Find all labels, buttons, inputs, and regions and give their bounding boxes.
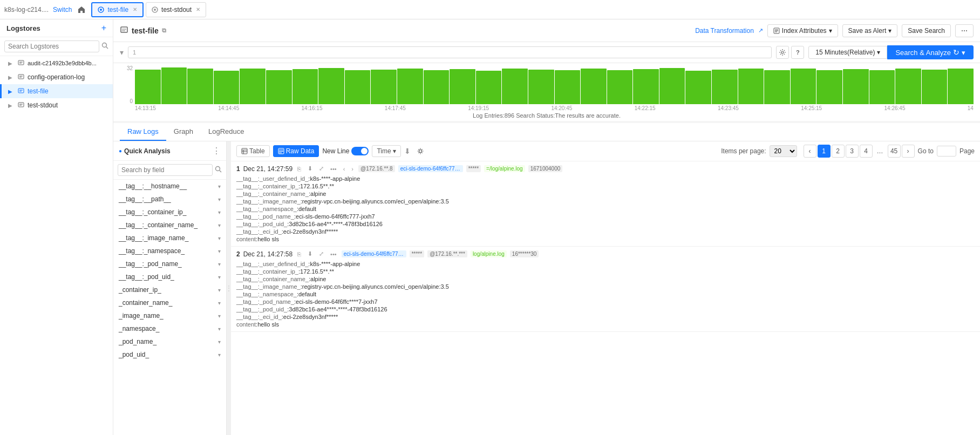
column-settings-button[interactable] (414, 145, 427, 158)
sidebar-item-test-file[interactable]: ▶ test-file (0, 84, 113, 98)
collapse-arrow[interactable]: ▾ (120, 48, 124, 57)
search-analyze-button[interactable]: Search & Analyze ↻ ▾ (887, 45, 974, 59)
table-view-button[interactable]: Table (236, 145, 270, 157)
field-search-input[interactable] (118, 164, 213, 176)
chart-bar[interactable] (555, 70, 581, 104)
sidebar-add-button[interactable]: + (101, 24, 106, 32)
chart-bar[interactable] (869, 70, 895, 104)
sidebar-search-icon[interactable] (101, 42, 108, 51)
log-tag-eci[interactable]: eci-sls-demo-64f6ffc77-***** (398, 165, 463, 172)
log-tag-path[interactable]: =/log/alpine.log (484, 165, 525, 172)
chevron-down-icon[interactable]: ▾ (218, 313, 221, 319)
chart-bar[interactable] (764, 70, 790, 104)
index-attributes-button[interactable]: Index Attributes ▾ (767, 24, 838, 37)
chart-bar[interactable] (712, 70, 738, 104)
chart-bar[interactable] (318, 68, 344, 104)
tab-test-file-close[interactable]: ✕ (133, 6, 137, 12)
qa-field-item[interactable]: _image_name_ ▾ (113, 309, 226, 322)
chevron-down-icon[interactable]: ▾ (218, 300, 221, 306)
qa-field-item[interactable]: _container_name_ ▾ (113, 296, 226, 309)
chart-bar[interactable] (816, 70, 842, 104)
qa-field-item[interactable]: __tag__:_pod_uid_ ▾ (113, 270, 226, 283)
items-per-page-select[interactable]: 20 50 100 (770, 145, 797, 157)
copy-log-button[interactable]: ⎘ (296, 250, 303, 258)
log-tag-id2[interactable]: 16******30 (510, 250, 539, 257)
chart-bar[interactable] (450, 69, 475, 104)
page-3-button[interactable]: 3 (846, 145, 859, 158)
chart-bar[interactable] (581, 69, 607, 104)
qa-field-item[interactable]: __tag__:_pod_name_ ▾ (113, 257, 226, 270)
chart-bar[interactable] (397, 69, 423, 104)
chevron-down-icon[interactable]: ▾ (218, 222, 221, 228)
tab-test-file[interactable]: test-file ✕ (91, 2, 144, 17)
sidebar-search-input[interactable] (4, 40, 99, 52)
log-tag-masked2[interactable]: ***** (410, 250, 424, 257)
field-search-icon[interactable] (215, 166, 222, 174)
chevron-down-icon[interactable]: ▾ (218, 339, 221, 345)
log-tag-id[interactable]: 1671004000 (528, 165, 563, 172)
sidebar-item-audit[interactable]: ▶ audit-c21492b3e9dbb4b... (0, 56, 113, 70)
chart-bar[interactable] (633, 69, 659, 104)
page-4-button[interactable]: 4 (860, 145, 873, 158)
tab-test-stdout[interactable]: test-stdout ✕ (146, 2, 206, 17)
pagination-next-button[interactable]: › (902, 145, 915, 158)
chevron-down-icon[interactable]: ▾ (218, 235, 221, 241)
more-log-button[interactable]: ••• (329, 165, 338, 173)
chart-bar[interactable] (922, 70, 948, 104)
switch-link[interactable]: Switch (53, 6, 72, 13)
log-tag-masked[interactable]: ***** (466, 165, 481, 172)
chevron-down-icon[interactable]: ▾ (218, 183, 221, 189)
settings-icon-button[interactable] (776, 46, 789, 59)
sidebar-item-config[interactable]: ▶ config-operation-log (0, 70, 113, 84)
chart-bar[interactable] (476, 71, 502, 104)
expand-log-button[interactable]: ⤢ (317, 250, 325, 258)
chevron-down-icon[interactable]: ▾ (218, 196, 221, 202)
time-range-button[interactable]: 15 Minutes(Relative) ▾ (808, 46, 887, 59)
chart-bar[interactable] (738, 69, 764, 104)
chart-bar[interactable] (528, 70, 554, 104)
chart-bar[interactable] (161, 67, 187, 104)
chart-bar[interactable] (424, 70, 450, 104)
download-log-button[interactable]: ⬇ (306, 165, 314, 173)
chart-bars[interactable] (135, 66, 974, 104)
qa-field-item[interactable]: _pod_uid_ ▾ (113, 348, 226, 361)
copy-icon[interactable]: ⧉ (162, 27, 166, 34)
pagination-prev-button[interactable]: ‹ (804, 145, 816, 158)
chevron-down-icon[interactable]: ▾ (218, 326, 221, 332)
page-1-button[interactable]: 1 (818, 145, 831, 158)
chart-bar[interactable] (502, 69, 528, 104)
chart-bar[interactable] (187, 69, 213, 104)
help-icon-button[interactable]: ? (791, 46, 804, 59)
prev-log-button[interactable]: ‹ (342, 165, 347, 173)
chart-bar[interactable] (948, 69, 974, 104)
search-input[interactable] (138, 49, 767, 56)
data-transformation-link[interactable]: Data Transformation (695, 27, 754, 35)
chart-bar[interactable] (685, 71, 711, 104)
save-search-button[interactable]: Save Search (902, 24, 951, 37)
chevron-down-icon[interactable]: ▾ (218, 352, 221, 358)
more-options-button[interactable]: ⋯ (955, 24, 974, 37)
qa-field-item[interactable]: __tag__:_namespace_ ▾ (113, 244, 226, 257)
tab-graph[interactable]: Graph (166, 123, 201, 141)
sidebar-item-test-stdout[interactable]: ▶ test-stdout (0, 98, 113, 112)
tab-log-reduce[interactable]: LogReduce (201, 123, 252, 141)
resize-handle[interactable]: ⋮ (227, 141, 231, 435)
log-tag-path2[interactable]: log/alpine.log (471, 250, 507, 257)
more-log-button[interactable]: ••• (329, 250, 338, 258)
raw-data-view-button[interactable]: Raw Data (273, 145, 319, 157)
download-log-button[interactable]: ⬇ (306, 250, 314, 258)
chart-bar[interactable] (135, 70, 161, 104)
log-tag-ip2[interactable]: @172.16.**.*** (427, 250, 467, 257)
chevron-down-icon[interactable]: ▾ (218, 261, 221, 267)
download-button[interactable]: ⬇ (404, 147, 411, 155)
quick-analysis-more-button[interactable]: ⋮ (212, 146, 221, 156)
chart-bar[interactable] (240, 69, 266, 104)
chart-bar[interactable] (266, 70, 292, 104)
chevron-down-icon[interactable]: ▾ (218, 287, 221, 293)
chart-bar[interactable] (895, 69, 921, 104)
chart-bar[interactable] (371, 70, 397, 104)
qa-field-item[interactable]: __tag__:__hostname__ ▾ (113, 180, 226, 193)
expand-log-button[interactable]: ⤢ (317, 165, 325, 173)
log-tag-eci2[interactable]: eci-sls-demo-64f6ffc77-***** (342, 250, 406, 257)
save-as-alert-button[interactable]: Save as Alert ▾ (842, 24, 898, 37)
